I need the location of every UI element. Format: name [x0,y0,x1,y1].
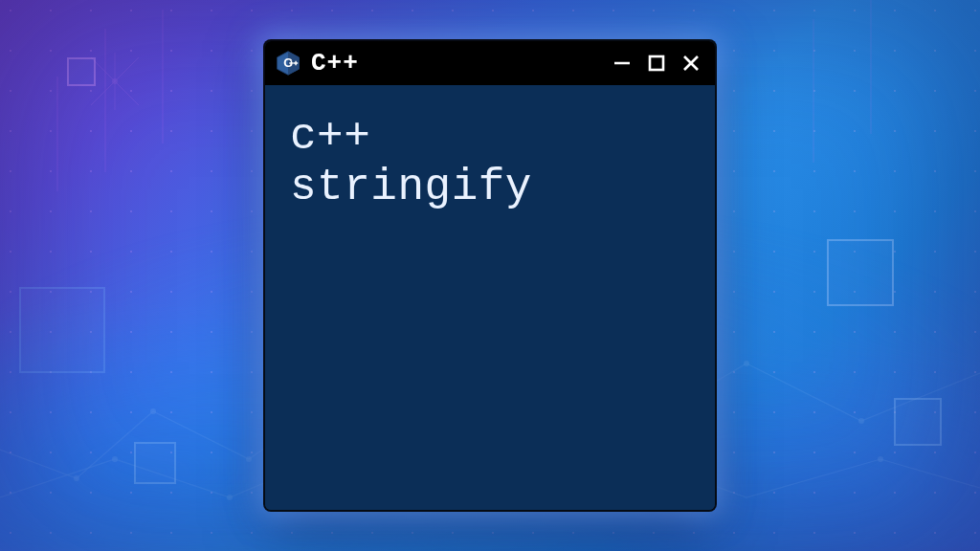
svg-point-10 [227,495,233,500]
svg-point-0 [74,475,79,481]
svg-point-2 [246,456,252,462]
svg-point-1 [150,408,156,414]
svg-line-23 [115,81,139,105]
content-line-2: stringify [290,163,532,212]
titlebar[interactable]: C C++ [265,41,715,85]
svg-point-8 [858,418,864,424]
svg-point-9 [112,456,118,462]
window-title: C++ [311,49,359,77]
svg-point-7 [744,361,749,366]
svg-line-20 [91,57,115,81]
app-window: C C++ c++ stringify [265,41,715,510]
svg-point-13 [878,456,883,462]
svg-point-19 [112,78,118,84]
content-line-1: c++ [290,112,370,162]
close-button[interactable] [680,53,702,74]
cpp-hex-icon: C [275,50,301,77]
minimize-button[interactable] [612,53,633,74]
svg-line-21 [115,57,139,81]
svg-line-22 [91,81,115,105]
window-content: c++ stringify [265,85,715,510]
maximize-button[interactable] [646,53,667,74]
svg-rect-34 [650,56,663,70]
window-controls [612,53,705,74]
